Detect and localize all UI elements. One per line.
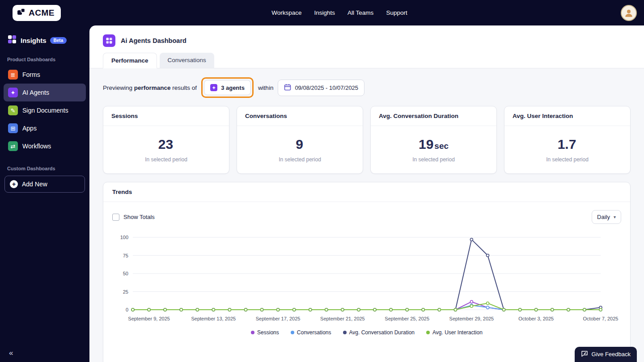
sidebar-item-label: Workflows	[22, 143, 51, 150]
stat-subtitle: In selected period	[509, 156, 626, 163]
sidebar-item-label: Forms	[22, 71, 40, 78]
tab-conversations[interactable]: Conversations	[160, 53, 214, 68]
apps-icon: ⊞	[8, 123, 18, 133]
sidebar-item-forms[interactable]: ≣ Forms	[4, 66, 86, 84]
user-avatar[interactable]	[621, 5, 637, 21]
legend-dot	[343, 331, 347, 334]
svg-text:25: 25	[123, 289, 128, 295]
stat-subtitle: In selected period	[108, 156, 225, 163]
stat-title: Conversations	[237, 106, 363, 126]
stat-value: 23	[158, 137, 173, 152]
sidebar-item-sign-documents[interactable]: ✎ Sign Documents	[4, 101, 86, 119]
stat-value: 19	[419, 137, 433, 152]
sidebar-item-label: Sign Documents	[22, 107, 68, 114]
legend-item: Sessions	[251, 329, 279, 336]
sign-documents-icon: ✎	[8, 105, 18, 115]
svg-text:September 13, 2025: September 13, 2025	[191, 316, 236, 321]
stat-title: Avg. Conversation Duration	[371, 106, 496, 126]
trend-chart-area: 0255075100September 9, 2025September 13,…	[103, 226, 630, 328]
workflows-icon: ⇄	[8, 141, 18, 151]
ai-agents-icon: ✦	[8, 88, 18, 97]
svg-text:October 3, 2025: October 3, 2025	[518, 316, 554, 321]
sidebar-item-apps[interactable]: ⊞ Apps	[4, 119, 86, 137]
show-totals-checkbox[interactable]	[112, 214, 119, 221]
stat-card-conversations: Conversations 9 In selected period	[237, 106, 363, 174]
person-icon	[624, 8, 634, 18]
date-range-button[interactable]: 09/08/2025 - 10/07/2025	[278, 80, 364, 96]
acme-logo-icon	[17, 8, 26, 18]
feedback-label: Give Feedback	[592, 351, 631, 358]
sparkle-icon: ✦	[210, 84, 217, 91]
sidebar-title: Insights	[21, 37, 47, 44]
sidebar-item-label: Apps	[22, 125, 37, 132]
svg-text:September 9, 2025: September 9, 2025	[128, 316, 170, 321]
add-new-button[interactable]: + Add New	[4, 176, 85, 193]
svg-text:75: 75	[123, 253, 128, 258]
nav-link-support[interactable]: Support	[386, 9, 407, 16]
agents-selector-button[interactable]: ✦ 3 agents	[204, 80, 251, 95]
legend-dot	[291, 331, 294, 334]
preview-text: Previewing performance results of	[103, 84, 197, 91]
section-custom-dashboards: Custom Dashboards	[0, 166, 89, 171]
nav-link-all-teams[interactable]: All Teams	[347, 9, 373, 16]
tab-bar: Performance Conversations	[89, 53, 644, 68]
show-totals-toggle[interactable]: Show Totals	[112, 214, 155, 221]
stat-subtitle: In selected period	[375, 156, 492, 163]
legend-dot	[426, 331, 430, 334]
stat-card-avg-user-interaction: Avg. User Interaction 1.7 In selected pe…	[504, 106, 631, 174]
acme-logo[interactable]: ACME	[13, 5, 61, 21]
svg-text:September 29, 2025: September 29, 2025	[449, 316, 494, 321]
add-new-label: Add New	[22, 181, 47, 188]
plus-icon: +	[10, 180, 18, 188]
stat-cards-row: Sessions 23 In selected period Conversat…	[103, 106, 631, 174]
stat-title: Avg. User Interaction	[504, 106, 630, 126]
brand-name: ACME	[29, 8, 55, 18]
svg-text:September 17, 2025: September 17, 2025	[256, 316, 301, 321]
sidebar-item-workflows[interactable]: ⇄ Workflows	[4, 137, 86, 155]
tab-performance[interactable]: Performance	[103, 53, 157, 68]
collapse-sidebar-icon[interactable]: «	[9, 349, 13, 358]
topbar: ACME WorkspaceInsightsAll TeamsSupport	[0, 0, 644, 25]
stat-title: Sessions	[103, 106, 229, 126]
show-totals-label: Show Totals	[123, 214, 155, 220]
sidebar-header: Insights Beta	[0, 25, 89, 46]
svg-text:October 7, 2025: October 7, 2025	[583, 316, 619, 321]
chevron-down-icon: ▾	[614, 215, 616, 219]
tab-panel-performance: Previewing performance results of ✦ 3 ag…	[89, 68, 644, 362]
svg-text:0: 0	[126, 307, 128, 312]
feedback-icon	[581, 350, 588, 358]
top-nav: WorkspaceInsightsAll TeamsSupport	[271, 9, 407, 16]
sidebar: Insights Beta Product Dashboards ≣ Forms…	[0, 25, 89, 362]
stat-card-avg-conversation-duration: Avg. Conversation Duration 19sec In sele…	[370, 106, 497, 174]
page-title: Ai Agents Dashboard	[121, 37, 186, 44]
legend-item: Avg. User Interaction	[426, 329, 483, 336]
annotation-highlight: ✦ 3 agents	[201, 77, 254, 98]
svg-text:100: 100	[120, 235, 128, 240]
chart-legend: SessionsConversationsAvg. Conversation D…	[103, 329, 630, 336]
stat-card-sessions: Sessions 23 In selected period	[103, 106, 229, 174]
granularity-select[interactable]: Daily ▾	[592, 210, 621, 224]
sidebar-item-label: AI Agents	[22, 89, 49, 96]
insights-icon	[7, 34, 17, 46]
beta-badge: Beta	[50, 37, 67, 44]
trends-card: Trends Show Totals Daily ▾ 0255075100Sep…	[103, 182, 631, 362]
legend-item: Avg. Conversation Duration	[343, 329, 415, 336]
nav-link-insights[interactable]: Insights	[314, 9, 335, 16]
svg-text:September 21, 2025: September 21, 2025	[320, 316, 365, 321]
preview-bar: Previewing performance results of ✦ 3 ag…	[103, 77, 631, 98]
give-feedback-button[interactable]: Give Feedback	[575, 347, 637, 362]
trends-title: Trends	[103, 182, 630, 202]
dashboard-header: Ai Agents Dashboard	[89, 25, 644, 53]
stat-subtitle: In selected period	[242, 156, 358, 163]
svg-text:50: 50	[123, 271, 128, 276]
forms-icon: ≣	[8, 70, 18, 80]
legend-dot	[251, 331, 254, 334]
svg-text:September 25, 2025: September 25, 2025	[385, 316, 429, 321]
stat-value: 9	[296, 137, 303, 152]
trend-chart: 0255075100September 9, 2025September 13,…	[112, 232, 622, 327]
calendar-icon	[284, 84, 291, 92]
section-product-dashboards: Product Dashboards	[0, 57, 89, 62]
within-label: within	[258, 84, 274, 91]
nav-link-workspace[interactable]: Workspace	[271, 9, 301, 16]
sidebar-item-ai-agents[interactable]: ✦ AI Agents	[4, 84, 86, 101]
